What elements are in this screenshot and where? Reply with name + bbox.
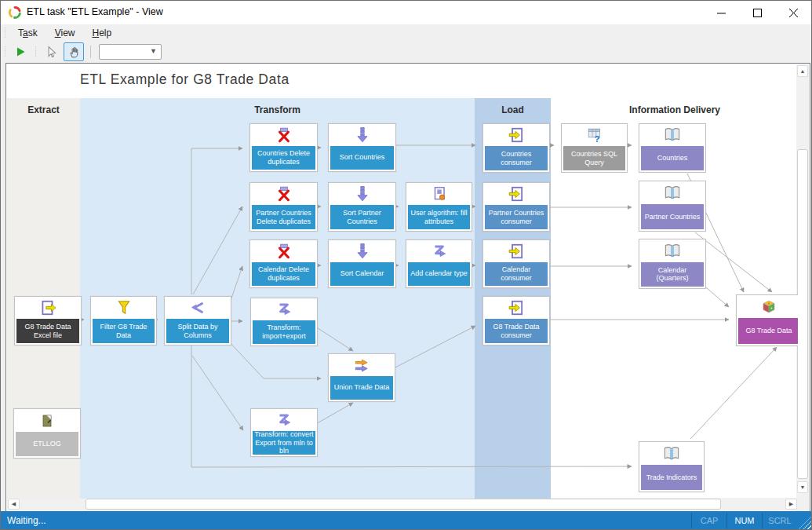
node-label: Partner Countries consumer [485, 205, 548, 229]
node-calendar-del[interactable]: Calendar Delete duplicates [249, 239, 318, 288]
status-bar: Waiting... CAPNUMSCRL [1, 511, 811, 529]
union-icon [329, 355, 395, 375]
node-sort-calendar[interactable]: Sort Calendar [328, 239, 396, 288]
node-g8-consumer[interactable]: G8 Trade Data consumer [482, 296, 550, 345]
play-icon [14, 46, 27, 58]
node-label: Sort Partner Countries [330, 205, 394, 229]
indicator-scrl: SCRL [762, 513, 797, 528]
book-icon [639, 240, 705, 261]
node-label: Transform: convert Export from mln to bl… [253, 431, 315, 455]
etl-diagram: ETL Example for G8 Trade Data ExtractTra… [6, 64, 798, 499]
menu-item-view[interactable]: View [46, 25, 84, 41]
scroll-right-button[interactable]: ▶ [785, 499, 797, 510]
canvas-area: ETL Example for G8 Trade Data ExtractTra… [1, 62, 812, 513]
split-icon [165, 298, 231, 319]
node-label: Countries [641, 146, 704, 170]
node-trade-indicators[interactable]: Trade Indicators [639, 441, 705, 492]
consumer-icon [483, 125, 549, 146]
edge-connector [690, 347, 777, 439]
node-label: Countries Delete duplicates [252, 146, 315, 170]
vertical-scroll-thumb[interactable] [797, 149, 808, 479]
cursor-icon [45, 46, 58, 59]
node-partner-del[interactable]: Partner Countries Delete duplicates [249, 182, 318, 232]
canvas-frame: ETL Example for G8 Trade Data ExtractTra… [5, 63, 810, 512]
column-header-transform: Transform [80, 104, 475, 115]
node-label: Calendar consumer [485, 262, 548, 286]
node-sort-partner[interactable]: Sort Partner Countries [328, 182, 396, 232]
node-countries-consumer[interactable]: Countries consumer [482, 123, 550, 173]
zoom-combobox[interactable]: ▼ [99, 44, 162, 60]
node-excel-file[interactable]: G8 Trade Data Excel file [14, 296, 82, 345]
pan-tool-button[interactable] [64, 42, 84, 61]
sql-query-icon: ? [562, 125, 627, 146]
node-sql-query[interactable]: ?Countries SQL Query [561, 123, 628, 173]
horizontal-scrollbar[interactable]: ◀ ▶ [7, 498, 798, 510]
select-tool-button[interactable] [42, 43, 60, 60]
node-calendar-quarters[interactable]: Calendar (Quarters) [639, 239, 706, 289]
transform-icon [406, 241, 472, 261]
consumer-icon [483, 184, 549, 205]
hand-icon [67, 46, 81, 59]
node-label: Filter G8 Trade Data [93, 319, 155, 343]
consumer-icon [483, 241, 549, 261]
minimize-button[interactable] [703, 1, 739, 24]
node-calendar-consumer[interactable]: Calendar consumer [482, 239, 550, 288]
export-file-icon [15, 298, 81, 319]
node-sort-countries[interactable]: Sort Countries [328, 123, 396, 172]
menu-item-task[interactable]: Task [9, 25, 46, 41]
column-header-extract: Extract [7, 104, 80, 115]
node-countries[interactable]: Countries [639, 123, 706, 173]
scroll-down-button[interactable]: ▼ [797, 481, 808, 493]
toolbar-separator [90, 46, 91, 58]
sort-icon [329, 125, 395, 145]
close-button[interactable] [775, 1, 811, 24]
node-split[interactable]: Split Data by Columns [164, 296, 231, 345]
horizontal-scroll-thumb[interactable] [86, 499, 721, 510]
svg-text:?: ? [594, 135, 599, 144]
node-label: Add calendar type [408, 262, 470, 286]
node-convert[interactable]: Transform: convert Export from mln to bl… [250, 408, 318, 457]
resize-grip[interactable] [799, 517, 811, 529]
maximize-button[interactable] [739, 1, 775, 24]
node-import-export[interactable]: Transform: import+export [250, 298, 318, 346]
node-user-algo[interactable]: User algorithm: fill attributes [406, 182, 472, 232]
app-icon [8, 5, 22, 20]
indicator-num: NUM [726, 513, 762, 528]
log-icon [14, 410, 80, 431]
scroll-left-button[interactable]: ◀ [8, 499, 20, 510]
delete-duplicates-icon [250, 184, 317, 205]
node-partner-countries[interactable]: Partner Countries [639, 181, 706, 232]
node-add-cal-type[interactable]: Add calendar type [406, 239, 472, 288]
node-countries-del[interactable]: Countries Delete duplicates [249, 123, 318, 172]
vertical-scrollbar[interactable]: ▲ ▼ [796, 64, 809, 512]
column-header-delivery: Information Delivery [551, 104, 798, 115]
node-partner-consumer[interactable]: Partner Countries consumer [482, 182, 550, 232]
window-title: ETL task "ETL Example" - View [27, 6, 163, 17]
column-header-load: Load [475, 104, 551, 115]
run-task-button[interactable] [11, 43, 30, 60]
node-etllog[interactable]: ETLLOG [13, 408, 81, 459]
node-filter[interactable]: Filter G8 Trade Data [90, 296, 157, 345]
node-g8-trade-data[interactable]: G8 Trade Data [736, 294, 798, 346]
app-window: ETL task "ETL Example" - View TaskViewHe… [0, 0, 812, 530]
node-label: Partner Countries Delete duplicates [252, 205, 315, 229]
book-icon [639, 125, 705, 146]
node-label: Union Trade Data [330, 376, 393, 400]
chevron-down-icon: ▼ [150, 47, 157, 55]
node-label: Transform: import+export [253, 320, 315, 344]
node-label: Partner Countries [641, 204, 704, 229]
consumer-icon [483, 298, 549, 319]
node-label: Trade Indicators [641, 465, 702, 490]
scroll-up-button[interactable]: ▲ [797, 65, 808, 77]
toolbar: ▼ [1, 42, 811, 62]
node-label: Split Data by Columns [166, 319, 229, 343]
sort-icon [329, 184, 395, 205]
book-icon [639, 182, 705, 204]
node-union[interactable]: Union Trade Data [328, 353, 395, 402]
filter-icon [91, 298, 156, 319]
diagram-title: ETL Example for G8 Trade Data [80, 71, 289, 88]
transform-icon [251, 410, 317, 430]
delete-duplicates-icon [250, 125, 317, 145]
menu-item-help[interactable]: Help [84, 25, 121, 41]
menu-gripper [4, 27, 6, 38]
